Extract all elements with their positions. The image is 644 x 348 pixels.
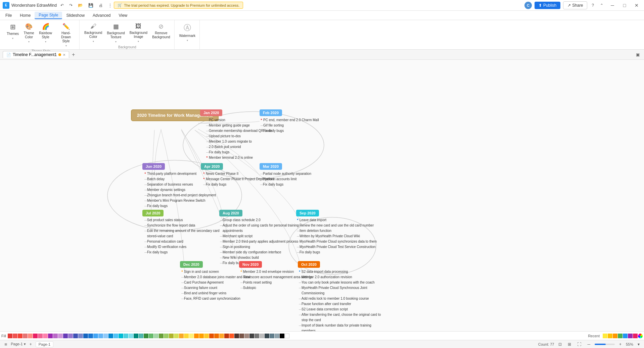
fullscreen-button[interactable]: ⛶ — [576, 341, 583, 347]
color-swatch-7[interactable] — [38, 334, 43, 338]
zoom-dropdown-button[interactable]: ▾ — [636, 341, 641, 347]
color-swatch-12[interactable] — [63, 334, 68, 338]
recent-color-6[interactable] — [628, 334, 633, 338]
recent-color-4[interactable] — [618, 334, 623, 338]
main-canvas[interactable]: 2020 Timeline for Work Management Jan 20… — [0, 60, 644, 331]
color-swatch-29[interactable] — [149, 334, 153, 338]
color-swatch-26[interactable] — [134, 334, 138, 338]
color-swatch-24[interactable] — [124, 334, 128, 338]
color-swatch-34[interactable] — [174, 334, 179, 338]
recent-color-2[interactable] — [608, 334, 612, 338]
close-button[interactable]: ✕ — [632, 2, 641, 9]
custom-color-picker[interactable] — [638, 334, 643, 338]
color-swatch-28[interactable] — [144, 334, 148, 338]
menu-slideshow[interactable]: Slideshow — [62, 12, 89, 19]
maximize-button[interactable]: □ — [620, 2, 629, 9]
color-swatch-38[interactable] — [194, 334, 199, 338]
background-image-button[interactable]: 🖼 BackgroundImage ▾ — [128, 21, 149, 44]
node-mar2020[interactable]: Mar 2020 — [260, 163, 282, 170]
color-swatch-56[interactable] — [285, 334, 289, 338]
color-swatch-40[interactable] — [204, 334, 209, 338]
page-selector[interactable]: Page-1 ▾ — [11, 342, 26, 346]
node-jul2020[interactable]: Jul 2020 — [142, 210, 164, 216]
menu-advanced[interactable]: Advanced — [89, 12, 114, 19]
color-swatch-18[interactable] — [93, 334, 98, 338]
menu-view[interactable]: View — [114, 12, 131, 19]
node-oct2020[interactable]: Oct 2020 — [298, 261, 320, 268]
tab-timeline[interactable]: 📄 Timeline F...anagement1 ✕ — [3, 51, 69, 58]
color-swatch-33[interactable] — [169, 334, 174, 338]
color-swatch-46[interactable] — [234, 334, 239, 338]
color-swatch-4[interactable] — [23, 334, 28, 338]
color-swatch-31[interactable] — [159, 334, 164, 338]
redo-button[interactable]: ↷ — [67, 2, 74, 8]
help-button[interactable]: ? — [590, 2, 596, 8]
hand-drawn-style-button[interactable]: ✏️ Hand-DrawnStyle ▾ — [55, 21, 77, 49]
menu-page-style[interactable]: Page Style — [35, 12, 62, 19]
fit-button[interactable]: ⊡ — [557, 341, 563, 347]
rainbow-style-button[interactable]: 🌈 RainbowStyle ▾ — [37, 21, 54, 45]
color-swatch-43[interactable] — [219, 334, 224, 338]
node-jan2020[interactable]: Jan 2020 — [200, 109, 222, 116]
recent-color-7[interactable] — [633, 334, 638, 338]
color-swatch-39[interactable] — [199, 334, 204, 338]
zoom-in-button[interactable]: + — [617, 341, 623, 347]
color-swatch-35[interactable] — [179, 334, 184, 338]
background-color-button[interactable]: 🖌 BackgroundColor ▾ — [82, 21, 104, 44]
color-swatch-42[interactable] — [214, 334, 219, 338]
color-swatch-10[interactable] — [53, 334, 58, 338]
node-dec2020[interactable]: Dec 2020 — [180, 261, 203, 268]
color-swatch-15[interactable] — [78, 334, 83, 338]
add-tab-button[interactable]: + — [71, 52, 76, 58]
color-swatch-9[interactable] — [48, 334, 53, 338]
color-swatch-30[interactable] — [154, 334, 158, 338]
color-swatch-45[interactable] — [229, 334, 234, 338]
color-swatch-52[interactable] — [265, 334, 269, 338]
recent-color-3[interactable] — [613, 334, 617, 338]
themes-button[interactable]: ⊞ Themes ▾ — [5, 21, 21, 41]
open-file-button[interactable]: 📂 — [76, 2, 85, 8]
minimize-button[interactable]: ─ — [608, 2, 617, 9]
color-swatch-53[interactable] — [270, 334, 274, 338]
remove-background-button[interactable]: ⊘ RemoveBackground — [150, 21, 172, 41]
more-button[interactable]: ⋮ — [106, 2, 114, 8]
color-swatch-13[interactable] — [68, 334, 73, 338]
color-swatch-17[interactable] — [88, 334, 93, 338]
settings-button[interactable]: ⌃ — [598, 2, 605, 8]
color-swatch-25[interactable] — [129, 334, 133, 338]
color-swatch-41[interactable] — [209, 334, 214, 338]
watermark-button[interactable]: Ⓐ Watermark ▾ — [177, 21, 198, 43]
color-swatch-3[interactable] — [18, 334, 22, 338]
user-avatar[interactable]: C — [524, 2, 532, 9]
color-swatch-55[interactable] — [280, 334, 284, 338]
recent-color-5[interactable] — [623, 334, 628, 338]
color-swatch-16[interactable] — [83, 334, 88, 338]
color-swatch-27[interactable] — [139, 334, 143, 338]
color-swatch-11[interactable] — [58, 334, 63, 338]
color-swatch-2[interactable] — [13, 334, 17, 338]
color-swatch-23[interactable] — [119, 334, 123, 338]
color-swatch-8[interactable] — [43, 334, 48, 338]
menu-file[interactable]: File — [1, 12, 16, 19]
color-swatch-21[interactable] — [108, 334, 113, 338]
publish-button[interactable]: ⬆ Publish — [535, 2, 560, 9]
color-swatch-49[interactable] — [249, 334, 254, 338]
color-swatch-37[interactable] — [189, 334, 194, 338]
color-swatch-47[interactable] — [239, 334, 244, 338]
panel-toggle-button[interactable]: ▣ — [634, 52, 641, 58]
theme-color-button[interactable]: 🎨 ThemeColor ▾ — [21, 21, 36, 45]
color-swatch-6[interactable] — [33, 334, 38, 338]
color-swatch-50[interactable] — [255, 334, 259, 338]
color-swatch-44[interactable] — [224, 334, 229, 338]
share-button[interactable]: ↗ Share — [563, 1, 587, 9]
panel-toggle[interactable]: ▣ — [634, 52, 641, 58]
color-swatch-19[interactable] — [98, 334, 103, 338]
zoom-out-button[interactable]: ─ — [586, 341, 592, 347]
node-feb2020[interactable]: Feb 2020 — [260, 109, 282, 116]
background-texture-button[interactable]: ▦ BackgroundTexture ▾ — [105, 21, 127, 45]
node-sep2020[interactable]: Sep 2020 — [296, 210, 319, 216]
color-swatch-14[interactable] — [73, 334, 78, 338]
color-swatch-32[interactable] — [164, 334, 169, 338]
color-swatch-54[interactable] — [275, 334, 279, 338]
recent-color-1[interactable] — [603, 334, 607, 338]
